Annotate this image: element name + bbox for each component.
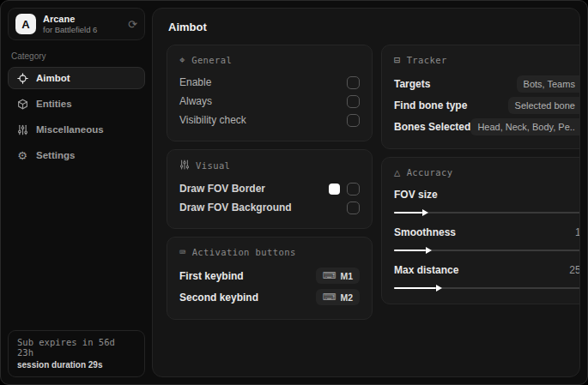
select-value: Head, Neck, Body, Pe.. [477,122,575,132]
activation-buttons-card: ⌨ Activation buttons First keybind ⌨ M1 … [167,237,373,320]
setting-row-bones-selected: Bones Selected Head, Neck, Body, Pe.. ⇅ [394,116,580,137]
second-keybind-button[interactable]: ⌨ M2 [316,289,360,305]
draw-fov-background-checkbox[interactable] [347,202,360,214]
card-title: Accuracy [407,167,453,177]
setting-row-targets: Targets Bots, Teams ⇅ [394,73,580,94]
visibility-check-checkbox[interactable] [347,114,360,127]
select-value: Bots, Teams [524,79,575,89]
app-subtitle: for Battlefield 6 [43,25,97,34]
app-logo: A [15,14,36,34]
max-distance-setting: Max distance 250m [394,261,580,289]
gear-icon: ⚙ [16,149,28,161]
setting-row-draw-fov-background: Draw FOV Background [179,198,360,217]
triangle-icon: △ [394,167,401,177]
brand-card: A Arcane for Battlefield 6 ⟳ [8,8,145,40]
cube-icon [16,98,28,110]
category-label: Category [11,51,142,61]
smoothness-setting: Smoothness 15.0 [394,223,580,251]
sidebar-item-entities[interactable]: Entities [8,93,145,115]
setting-row-draw-fov-border: Draw FOV Border [179,179,360,198]
max-distance-slider[interactable] [394,287,580,289]
slider-handle[interactable] [394,287,436,289]
smoothness-slider[interactable] [394,250,580,251]
setting-row-first-keybind: First keybind ⌨ M1 [179,265,360,286]
main-panel: Aimbot ⌖ General Enable Always [152,8,580,377]
sidebar-item-label: Miscellaneous [36,124,104,135]
sidebar-item-aimbot[interactable]: Aimbot [8,67,145,89]
session-duration-text: session duration 29s [17,360,136,370]
fov-size-slider[interactable] [394,212,580,214]
bones-selected-select[interactable]: Head, Neck, Body, Pe.. ⇅ [470,118,580,135]
sliders-icon [179,159,190,171]
slider-value: 250m [569,264,580,276]
keyboard-icon: ⌨ [323,270,336,281]
app-window: A Arcane for Battlefield 6 ⟳ Category Ai… [0,0,588,385]
card-title: Activation buttons [192,247,296,257]
sidebar-item-label: Entities [36,99,72,109]
find-bone-type-select[interactable]: Selected bone ⇅ [508,97,580,114]
card-title: Tracker [407,55,447,65]
setting-row-find-bone-type: Find bone type Selected bone ⇅ [394,94,580,116]
sliders-icon [16,123,28,135]
sidebar-item-label: Aimbot [36,73,70,83]
sync-icon[interactable]: ⟳ [128,18,137,31]
draw-fov-border-checkbox[interactable] [347,183,360,196]
visual-card: Visual Draw FOV Border Draw FOV Backgrou… [167,149,373,229]
setting-row-second-keybind: Second keybind ⌨ M2 [179,286,360,308]
setting-row-visibility-check: Visibility check [179,111,360,129]
slider-handle[interactable] [394,250,426,251]
card-title: General [191,55,232,65]
crosshair-icon [16,72,28,84]
keyboard-icon: ⌨ [179,247,186,257]
keybind-value: M2 [340,292,353,303]
general-card: ⌖ General Enable Always Visibility check [167,45,373,141]
slider-handle[interactable] [394,212,422,214]
targets-select[interactable]: Bots, Teams ⇅ [517,75,580,93]
tracker-card: ⊟ Tracker Targets Bots, Teams ⇅ Find bon… [381,45,580,149]
scan-icon: ⊟ [394,55,401,65]
slider-value: 50° [579,189,580,201]
setting-row-always: Always [179,92,360,111]
always-checkbox[interactable] [347,95,360,108]
first-keybind-button[interactable]: ⌨ M1 [316,268,360,284]
slider-value: 15.0 [575,226,580,238]
sidebar-nav: Aimbot Entities Miscellaneous ⚙ Settings [8,67,145,170]
color-swatch[interactable] [329,183,340,195]
sidebar: A Arcane for Battlefield 6 ⟳ Category Ai… [1,1,152,384]
subscription-info: Sub expires in 56d 23h session duration … [8,330,145,377]
target-icon: ⌖ [179,55,185,65]
sub-expiry-text: Sub expires in 56d 23h [17,337,136,358]
setting-row-enable: Enable [179,73,360,92]
keyboard-icon: ⌨ [323,292,336,303]
sidebar-item-label: Settings [36,150,75,160]
enable-checkbox[interactable] [347,76,360,89]
card-title: Visual [196,160,230,171]
accuracy-card: △ Accuracy FOV size 50° [381,157,580,304]
keybind-value: M1 [340,271,353,281]
sidebar-item-settings[interactable]: ⚙ Settings [8,144,145,166]
app-name: Arcane [43,14,97,25]
select-value: Selected bone [515,100,575,111]
fov-size-setting: FOV size 50° [394,185,580,214]
sidebar-item-miscellaneous[interactable]: Miscellaneous [8,118,145,141]
page-title: Aimbot [168,21,566,33]
